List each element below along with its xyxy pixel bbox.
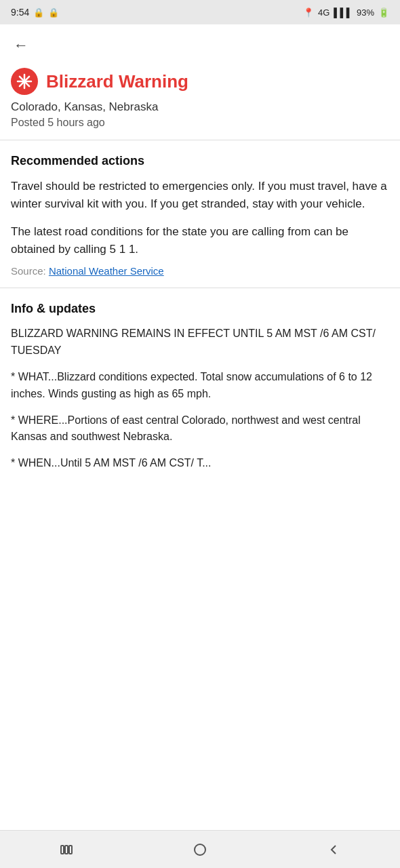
network-label: 4G [318, 7, 329, 18]
status-time: 9:54 [11, 7, 29, 18]
battery-level: 93% [357, 7, 374, 18]
svg-rect-4 [61, 846, 64, 854]
info-p1: BLIZZARD WARNING REMAINS IN EFFECT UNTIL… [11, 326, 389, 359]
recommended-actions-p2: The latest road conditions for the state… [11, 223, 389, 259]
status-bar-left: 9:54 🔒 🔒 [11, 7, 59, 18]
recommended-actions-title: Recommended actions [11, 154, 389, 168]
info-updates-body: BLIZZARD WARNING REMAINS IN EFFECT UNTIL… [11, 326, 389, 472]
svg-rect-6 [69, 846, 72, 854]
info-updates-section: Info & updates BLIZZARD WARNING REMAINS … [0, 288, 400, 492]
battery-icon: 🔋 [378, 7, 389, 18]
back-nav-icon [325, 842, 342, 858]
svg-rect-5 [65, 846, 68, 854]
nav-back-button[interactable] [313, 836, 354, 863]
lock-icon-2: 🔒 [48, 7, 59, 18]
info-updates-title: Info & updates [11, 302, 389, 316]
main-content: ← Blizzard Warning Colorado, Kansas, Neb… [0, 24, 400, 868]
nav-recents-button[interactable] [46, 836, 87, 863]
back-arrow-icon: ← [14, 37, 28, 54]
recommended-actions-p1: Travel should be restricted to emergenci… [11, 178, 389, 214]
alert-header: Blizzard Warning Colorado, Kansas, Nebra… [0, 61, 400, 140]
alert-title: Blizzard Warning [46, 71, 188, 92]
nav-home-button[interactable] [180, 836, 220, 863]
snowflake-svg [16, 73, 33, 90]
home-icon [192, 842, 208, 858]
alert-title-row: Blizzard Warning [11, 68, 389, 95]
back-button[interactable]: ← [11, 34, 31, 57]
recommended-actions-body: Travel should be restricted to emergenci… [11, 178, 389, 258]
alert-posted: Posted 5 hours ago [11, 117, 389, 129]
status-bar-right: 📍 4G ▌▌▌ 93% 🔋 [303, 7, 389, 18]
blizzard-icon [11, 68, 38, 95]
info-p2: * WHAT...Blizzard conditions expected. T… [11, 369, 389, 403]
back-button-row: ← [0, 24, 400, 61]
status-bar: 9:54 🔒 🔒 📍 4G ▌▌▌ 93% 🔋 [0, 0, 400, 24]
recents-icon [58, 842, 75, 858]
source-line: Source: National Weather Service [11, 265, 389, 277]
alert-location: Colorado, Kansas, Nebraska [11, 100, 389, 114]
info-p3: * WHERE...Portions of east central Color… [11, 412, 389, 446]
lock-icon-1: 🔒 [33, 7, 44, 18]
bottom-nav-bar [0, 830, 400, 868]
source-link[interactable]: National Weather Service [49, 265, 164, 277]
svg-point-7 [195, 844, 205, 855]
location-icon: 📍 [303, 7, 314, 18]
signal-icon: ▌▌▌ [334, 7, 353, 18]
source-label: Source: [11, 265, 46, 277]
recommended-actions-section: Recommended actions Travel should be res… [0, 140, 400, 288]
info-p4: * WHEN...Until 5 AM MST /6 AM CST/ T... [11, 455, 389, 472]
